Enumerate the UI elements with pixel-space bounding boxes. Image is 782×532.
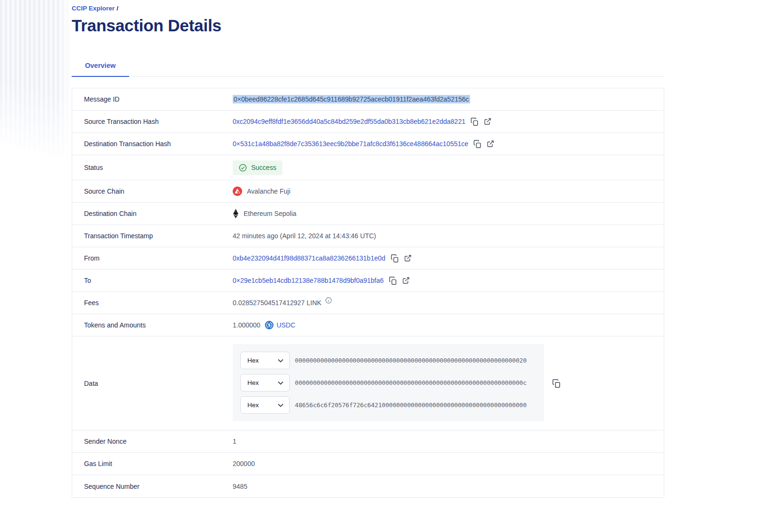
breadcrumb-link-ccip-explorer[interactable]: CCIP Explorer bbox=[72, 5, 115, 12]
sequence-number-value: 9485 bbox=[233, 483, 247, 490]
row-label: Destination Transaction Hash bbox=[72, 140, 233, 148]
table-row-from: From 0xb4e232094d41f98d88371ca8a82362661… bbox=[72, 247, 664, 270]
data-line: Hex 000000000000000000000000000000000000… bbox=[240, 352, 537, 369]
copy-icon bbox=[391, 254, 399, 262]
token-symbol: USDC bbox=[276, 321, 295, 329]
sender-nonce-value: 1 bbox=[233, 438, 236, 445]
chevron-down-icon bbox=[278, 359, 283, 363]
copy-button[interactable] bbox=[389, 277, 397, 285]
copy-button[interactable] bbox=[391, 254, 399, 262]
breadcrumb: CCIP Explorer/ bbox=[72, 0, 664, 12]
source-chain-name: Avalanche Fuji bbox=[247, 187, 291, 195]
row-label: Data bbox=[72, 380, 233, 387]
row-value: 0×29e1cb5eb14cdb12138e788b1478d9bf0a91bf… bbox=[233, 277, 410, 285]
table-row-gas-limit: Gas Limit 200000 bbox=[72, 453, 664, 475]
dest-tx-hash-link[interactable]: 0×531c1a48ba82f8de7c353613eec9b2bbe71afc… bbox=[233, 140, 468, 148]
table-row-tokens: Tokens and Amounts 1.000000 $ USDC bbox=[72, 314, 664, 336]
data-hex-line: 0000000000000000000000000000000000000000… bbox=[295, 379, 527, 386]
data-hex-line: 48656c6c6f20576f726c64210000000000000000… bbox=[295, 401, 527, 409]
table-row-data: Data Hex 0000000000000000000000000000000… bbox=[72, 336, 664, 430]
breadcrumb-separator: / bbox=[117, 5, 119, 12]
data-line: Hex 000000000000000000000000000000000000… bbox=[240, 374, 537, 392]
avalanche-icon bbox=[233, 187, 242, 196]
table-row-sender-nonce: Sender Nonce 1 bbox=[72, 430, 664, 453]
token-amount: 1.000000 bbox=[233, 321, 260, 329]
token-link[interactable]: $ USDC bbox=[265, 321, 295, 329]
table-row-dest-chain: Destination Chain Ethereum Sepolia bbox=[72, 203, 664, 225]
corner-stripes-decoration bbox=[0, 0, 71, 190]
row-value: 0.028527504517412927 LINK bbox=[233, 299, 332, 307]
table-row-fees: Fees 0.028527504517412927 LINK bbox=[72, 292, 664, 314]
tab-bar: Overview bbox=[72, 56, 664, 77]
row-label: Transaction Timestamp bbox=[72, 232, 233, 240]
status-text: Success bbox=[251, 164, 276, 171]
row-label: Sequence Number bbox=[72, 483, 233, 490]
fees-value: 0.028527504517412927 LINK bbox=[233, 299, 321, 307]
table-row-dest-tx-hash: Destination Transaction Hash 0×531c1a48b… bbox=[72, 133, 664, 155]
ethereum-icon bbox=[233, 209, 239, 218]
copy-button[interactable] bbox=[473, 140, 481, 148]
copy-button[interactable] bbox=[471, 118, 479, 126]
external-link-button[interactable] bbox=[487, 140, 494, 148]
data-hex-line: 0000000000000000000000000000000000000000… bbox=[295, 357, 527, 364]
data-format-value: Hex bbox=[247, 401, 259, 409]
data-format-select[interactable]: Hex bbox=[240, 396, 290, 414]
dest-chain-name: Ethereum Sepolia bbox=[244, 210, 296, 217]
tab-overview[interactable]: Overview bbox=[72, 56, 129, 77]
data-format-select[interactable]: Hex bbox=[240, 352, 290, 369]
table-row-timestamp: Transaction Timestamp 42 minutes ago (Ap… bbox=[72, 225, 664, 247]
copy-icon bbox=[471, 118, 479, 126]
data-format-select[interactable]: Hex bbox=[240, 374, 290, 392]
row-value: 0xc2094c9eff8fdf1e3656dd40a5c84bd259e2df… bbox=[233, 118, 491, 126]
row-value: 1.000000 $ USDC bbox=[233, 321, 295, 329]
dest-chain: Ethereum Sepolia bbox=[233, 209, 296, 218]
to-address-link[interactable]: 0×29e1cb5eb14cdb12138e788b1478d9bf0a91bf… bbox=[233, 277, 384, 284]
chevron-down-icon bbox=[278, 381, 283, 385]
table-row-message-id: Message ID 0×0beed86228cfe1c2685d645c911… bbox=[72, 88, 664, 111]
chevron-down-icon bbox=[278, 403, 283, 407]
external-link-icon bbox=[404, 254, 412, 262]
table-row-to: To 0×29e1cb5eb14cdb12138e788b1478d9bf0a9… bbox=[72, 270, 664, 292]
source-tx-hash-link[interactable]: 0xc2094c9eff8fdf1e3656dd40a5c84bd259e2df… bbox=[233, 118, 465, 125]
transaction-detail-table: Message ID 0×0beed86228cfe1c2685d645c911… bbox=[72, 88, 664, 498]
row-value: Avalanche Fuji bbox=[233, 187, 291, 196]
page-title: Transaction Details bbox=[72, 16, 664, 35]
table-row-sequence-number: Sequence Number 9485 bbox=[72, 475, 664, 497]
row-label: Source Chain bbox=[72, 187, 233, 195]
row-value: Success bbox=[233, 160, 283, 175]
row-label: Gas Limit bbox=[72, 460, 233, 467]
copy-icon bbox=[552, 379, 561, 388]
fees-info-button[interactable] bbox=[325, 297, 332, 305]
status-badge: Success bbox=[233, 160, 283, 175]
table-row-source-tx-hash: Source Transaction Hash 0xc2094c9eff8fdf… bbox=[72, 111, 664, 133]
source-chain: Avalanche Fuji bbox=[233, 187, 291, 196]
data-hex-panel: Hex 000000000000000000000000000000000000… bbox=[233, 344, 544, 421]
message-id-value: 0×0beed86228cfe1c2685d645c911689b92725ac… bbox=[233, 95, 470, 103]
row-value: Ethereum Sepolia bbox=[233, 209, 296, 218]
info-icon bbox=[325, 297, 332, 305]
row-label: Tokens and Amounts bbox=[72, 321, 233, 329]
row-label: Fees bbox=[72, 299, 233, 307]
row-label: Source Transaction Hash bbox=[72, 118, 233, 125]
row-label: From bbox=[72, 254, 233, 262]
timestamp-value: 42 minutes ago (April 12, 2024 at 14:43:… bbox=[233, 232, 376, 240]
external-link-icon bbox=[484, 118, 491, 125]
table-row-status: Status Success bbox=[72, 155, 664, 180]
external-link-button[interactable] bbox=[404, 254, 412, 262]
row-label: Status bbox=[72, 164, 233, 171]
svg-text:$: $ bbox=[268, 323, 271, 327]
copy-icon bbox=[473, 140, 481, 148]
external-link-icon bbox=[487, 140, 494, 148]
from-address-link[interactable]: 0xb4e232094d41f98d88371ca8a8236266131b1e… bbox=[233, 254, 386, 262]
transaction-details-page: CCIP Explorer/ Transaction Details Overv… bbox=[72, 0, 664, 498]
external-link-button[interactable] bbox=[484, 118, 491, 125]
data-format-value: Hex bbox=[247, 357, 259, 364]
row-value: Hex 000000000000000000000000000000000000… bbox=[233, 336, 561, 430]
table-row-source-chain: Source Chain Avalanche Fuji bbox=[72, 180, 664, 203]
external-link-icon bbox=[402, 277, 410, 284]
copy-icon bbox=[389, 277, 397, 285]
copy-data-button[interactable] bbox=[552, 379, 561, 388]
row-label: Sender Nonce bbox=[72, 438, 233, 445]
external-link-button[interactable] bbox=[402, 277, 410, 284]
usdc-icon: $ bbox=[265, 321, 273, 329]
